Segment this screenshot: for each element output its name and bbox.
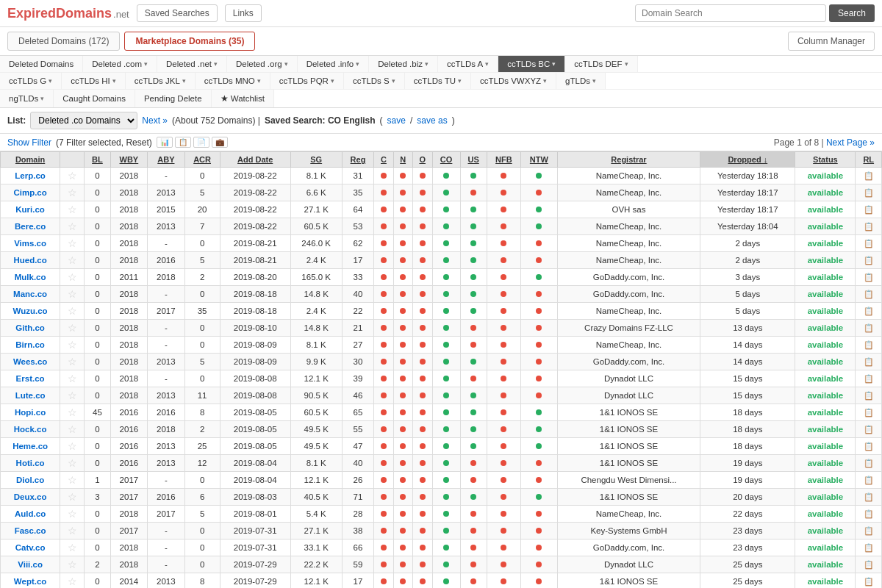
marketplace-domains-tab[interactable]: Marketplace Domains (35) (124, 32, 255, 51)
domain-search-input[interactable] (635, 4, 826, 22)
domain-link[interactable]: Lute.co (15, 391, 46, 400)
domain-link[interactable]: Diol.co (16, 476, 44, 484)
nav-tab-1-2[interactable]: ccTLDs JKL ▾ (126, 73, 196, 89)
col-header-17[interactable]: Dropped ↓ (700, 152, 795, 168)
star-button[interactable]: ☆ (68, 170, 77, 182)
col-header-11[interactable]: O (412, 152, 432, 168)
star-button[interactable]: ☆ (68, 373, 77, 384)
col-header-5[interactable]: ACR (184, 152, 220, 168)
star-button[interactable]: ☆ (68, 237, 77, 249)
col-header-9[interactable]: C (374, 152, 393, 168)
domain-link[interactable]: Gith.co (15, 323, 45, 332)
nav-tab-0-2[interactable]: Deleted .net ▾ (157, 56, 227, 72)
domain-link[interactable]: Manc.co (13, 290, 47, 298)
domain-link[interactable]: Birn.co (15, 340, 45, 349)
nav-tab-1-5[interactable]: ccTLDs S ▾ (344, 73, 405, 89)
rl-icon[interactable]: 📋 (864, 442, 874, 451)
nav-tab-1-6[interactable]: ccTLDs TU ▾ (405, 73, 471, 89)
col-header-4[interactable]: ABY (148, 152, 184, 168)
rl-icon[interactable]: 📋 (864, 543, 874, 552)
domain-link[interactable]: Mulk.co (15, 273, 46, 282)
domain-link[interactable]: Heme.co (12, 442, 48, 451)
rl-icon[interactable]: 📋 (864, 222, 874, 231)
show-filter-link[interactable]: Show Filter (7, 137, 51, 148)
domain-link[interactable]: Lerp.co (15, 171, 46, 180)
nav-tab-2-1[interactable]: Caught Domains (54, 90, 135, 107)
col-header-6[interactable]: Add Date (220, 152, 290, 168)
star-button[interactable]: ☆ (68, 440, 77, 452)
rl-icon[interactable]: 📋 (864, 459, 874, 467)
col-header-19[interactable]: RL (856, 152, 882, 168)
col-header-12[interactable]: CO (432, 152, 460, 168)
star-button[interactable]: ☆ (68, 406, 77, 418)
rl-icon[interactable]: 📋 (864, 492, 874, 501)
nav-tab-0-5[interactable]: Deleted .biz ▾ (369, 56, 438, 72)
star-button[interactable]: ☆ (68, 525, 77, 537)
domain-link[interactable]: Hock.co (14, 425, 47, 434)
rl-icon[interactable]: 📋 (864, 374, 874, 383)
domain-link[interactable]: Vims.co (14, 239, 46, 248)
nav-tab-1-7[interactable]: ccTLDs VWXYZ ▾ (471, 73, 556, 89)
nav-tab-1-8[interactable]: gTLDs ▾ (556, 73, 606, 89)
rl-icon[interactable]: 📋 (864, 188, 874, 197)
star-button[interactable]: ☆ (68, 204, 77, 215)
next-link[interactable]: Next » (142, 115, 168, 126)
col-header-2[interactable]: BL (85, 152, 110, 168)
rl-icon[interactable]: 📋 (864, 391, 874, 400)
column-manager-button[interactable]: Column Manager (788, 32, 875, 51)
star-button[interactable]: ☆ (68, 187, 77, 198)
star-button[interactable]: ☆ (68, 457, 77, 469)
rl-icon[interactable]: 📋 (864, 476, 874, 484)
star-button[interactable]: ☆ (68, 271, 77, 283)
filter-icon-1[interactable]: 📊 (157, 137, 173, 148)
star-button[interactable]: ☆ (68, 390, 77, 401)
rl-icon[interactable]: 📋 (864, 171, 874, 180)
nav-tab-1-3[interactable]: ccTLDs MNO ▾ (196, 73, 270, 89)
star-button[interactable]: ☆ (68, 508, 77, 520)
rl-icon[interactable]: 📋 (864, 323, 874, 332)
rl-icon[interactable]: 📋 (864, 577, 874, 586)
rl-icon[interactable]: 📋 (864, 425, 874, 434)
star-button[interactable]: ☆ (68, 491, 77, 503)
star-button[interactable]: ☆ (68, 288, 77, 300)
rl-icon[interactable]: 📋 (864, 509, 874, 518)
rl-icon[interactable]: 📋 (864, 239, 874, 248)
col-header-8[interactable]: Reg (342, 152, 374, 168)
col-header-1[interactable] (60, 152, 85, 168)
rl-icon[interactable]: 📋 (864, 205, 874, 214)
domain-link[interactable]: Wuzu.co (13, 306, 48, 315)
star-button[interactable]: ☆ (68, 474, 77, 486)
rl-icon[interactable]: 📋 (864, 273, 874, 282)
nav-tab-0-7[interactable]: ccTLDs BC ▾ (498, 56, 565, 72)
domain-link[interactable]: Auld.co (15, 509, 46, 518)
rl-icon[interactable]: 📋 (864, 560, 874, 569)
filter-icon-2[interactable]: 📋 (175, 137, 191, 148)
rl-icon[interactable]: 📋 (864, 408, 874, 417)
domain-link[interactable]: Cimp.co (13, 188, 46, 197)
domain-link[interactable]: Wept.co (14, 577, 47, 586)
col-header-14[interactable]: NFB (487, 152, 520, 168)
col-header-3[interactable]: WBY (110, 152, 148, 168)
rl-icon[interactable]: 📋 (864, 526, 874, 535)
nav-tab-0-1[interactable]: Deleted .com ▾ (83, 56, 157, 72)
nav-tab-1-1[interactable]: ccTLDs HI ▾ (62, 73, 126, 89)
domain-link[interactable]: Fasc.co (15, 526, 46, 535)
list-select[interactable]: Deleted .co Domains (30, 112, 137, 129)
nav-tab-0-6[interactable]: ccTLDs A ▾ (438, 56, 498, 72)
next-page-link[interactable]: Next Page » (826, 137, 875, 148)
rl-icon[interactable]: 📋 (864, 340, 874, 349)
domain-link[interactable]: Hoti.co (16, 459, 45, 467)
col-header-7[interactable]: SG (290, 152, 342, 168)
rl-icon[interactable]: 📋 (864, 290, 874, 298)
star-button[interactable]: ☆ (68, 559, 77, 570)
nav-tab-2-3[interactable]: ★ Watchlist (212, 90, 274, 107)
star-button[interactable]: ☆ (68, 542, 77, 553)
domain-link[interactable]: Bere.co (15, 222, 46, 231)
star-button[interactable]: ☆ (68, 322, 77, 334)
domain-link[interactable]: Wees.co (13, 357, 47, 366)
star-button[interactable]: ☆ (68, 339, 77, 351)
save-link[interactable]: save (387, 115, 406, 126)
logo-link[interactable]: ExpiredDomains.net (7, 6, 129, 21)
domain-link[interactable]: Hopi.co (15, 408, 46, 417)
star-button[interactable]: ☆ (68, 220, 77, 232)
